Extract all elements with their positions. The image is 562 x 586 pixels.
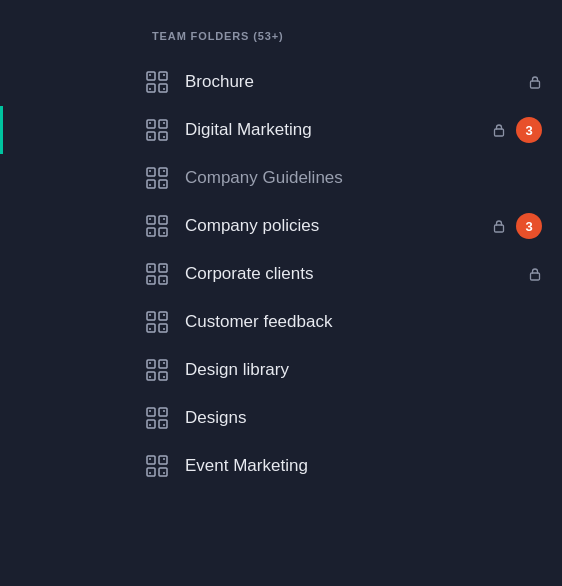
svg-rect-71 [159, 468, 167, 476]
folder-name: Customer feedback [185, 312, 542, 332]
svg-rect-28 [147, 228, 155, 236]
svg-point-57 [163, 362, 165, 364]
svg-point-39 [149, 266, 151, 268]
svg-point-66 [149, 424, 151, 426]
svg-rect-21 [159, 180, 167, 188]
folder-icon [143, 356, 171, 384]
svg-point-15 [149, 136, 151, 138]
svg-rect-34 [495, 225, 504, 232]
svg-rect-54 [147, 372, 155, 380]
svg-rect-36 [159, 264, 167, 272]
lock-icon [492, 219, 506, 233]
svg-rect-26 [147, 216, 155, 224]
svg-point-67 [163, 424, 165, 426]
svg-point-30 [149, 218, 151, 220]
svg-point-16 [163, 136, 165, 138]
svg-rect-11 [147, 132, 155, 140]
lock-icon [528, 75, 542, 89]
svg-rect-27 [159, 216, 167, 224]
svg-point-75 [163, 472, 165, 474]
sidebar-item-corporate-clients[interactable]: Corporate clients [0, 250, 562, 298]
svg-point-13 [149, 122, 151, 124]
svg-rect-29 [159, 228, 167, 236]
svg-point-42 [163, 280, 165, 282]
svg-rect-53 [159, 360, 167, 368]
svg-rect-20 [147, 180, 155, 188]
svg-point-6 [149, 88, 151, 90]
svg-rect-9 [147, 120, 155, 128]
sidebar-item-customer-feedback[interactable]: Customer feedback [0, 298, 562, 346]
svg-rect-8 [531, 81, 540, 88]
svg-rect-45 [159, 312, 167, 320]
svg-point-5 [163, 74, 165, 76]
svg-rect-61 [159, 408, 167, 416]
svg-rect-68 [147, 456, 155, 464]
svg-point-23 [163, 170, 165, 172]
folder-icon [143, 68, 171, 96]
svg-rect-37 [147, 276, 155, 284]
notification-badge: 3 [516, 117, 542, 143]
svg-rect-70 [147, 468, 155, 476]
svg-rect-0 [147, 72, 155, 80]
svg-point-4 [149, 74, 151, 76]
svg-rect-69 [159, 456, 167, 464]
svg-rect-46 [147, 324, 155, 332]
svg-point-58 [149, 376, 151, 378]
svg-rect-1 [159, 72, 167, 80]
svg-rect-19 [159, 168, 167, 176]
folder-icon [143, 116, 171, 144]
svg-point-22 [149, 170, 151, 172]
sidebar-item-event-marketing[interactable]: Event Marketing [0, 442, 562, 490]
svg-point-25 [163, 184, 165, 186]
folder-name: Brochure [185, 72, 520, 92]
svg-rect-38 [159, 276, 167, 284]
folder-name: Digital Marketing [185, 120, 484, 140]
svg-point-14 [163, 122, 165, 124]
svg-point-7 [163, 88, 165, 90]
svg-rect-55 [159, 372, 167, 380]
folder-icon [143, 164, 171, 192]
sidebar-item-digital-marketing[interactable]: Digital Marketing 3 [0, 106, 562, 154]
notification-badge: 3 [516, 213, 542, 239]
sidebar-item-brochure[interactable]: Brochure [0, 58, 562, 106]
folder-name: Event Marketing [185, 456, 542, 476]
svg-rect-12 [159, 132, 167, 140]
svg-point-50 [149, 328, 151, 330]
svg-rect-44 [147, 312, 155, 320]
sidebar-item-company-guidelines[interactable]: Company Guidelines [0, 154, 562, 202]
svg-rect-63 [159, 420, 167, 428]
lock-icon [528, 267, 542, 281]
sidebar-item-company-policies[interactable]: Company policies 3 [0, 202, 562, 250]
svg-rect-3 [159, 84, 167, 92]
main-container: TEAM FOLDERS (53+) Brochure Digital Mark… [0, 0, 562, 586]
svg-rect-43 [531, 273, 540, 280]
sidebar-item-design-library[interactable]: Design library [0, 346, 562, 394]
svg-rect-47 [159, 324, 167, 332]
sidebar-item-designs[interactable]: Designs [0, 394, 562, 442]
svg-point-51 [163, 328, 165, 330]
folder-name: Designs [185, 408, 542, 428]
folder-icon [143, 308, 171, 336]
svg-rect-17 [495, 129, 504, 136]
section-header: TEAM FOLDERS (53+) [0, 30, 562, 58]
lock-icon [492, 123, 506, 137]
svg-rect-35 [147, 264, 155, 272]
folder-icon [143, 452, 171, 480]
folder-icon [143, 212, 171, 240]
svg-point-65 [163, 410, 165, 412]
svg-point-49 [163, 314, 165, 316]
svg-point-40 [163, 266, 165, 268]
svg-point-56 [149, 362, 151, 364]
svg-rect-52 [147, 360, 155, 368]
folder-name: Company Guidelines [185, 168, 542, 188]
folder-icon [143, 260, 171, 288]
svg-point-64 [149, 410, 151, 412]
svg-point-31 [163, 218, 165, 220]
svg-rect-2 [147, 84, 155, 92]
svg-point-32 [149, 232, 151, 234]
svg-point-73 [163, 458, 165, 460]
svg-point-59 [163, 376, 165, 378]
svg-point-33 [163, 232, 165, 234]
svg-rect-60 [147, 408, 155, 416]
sidebar: TEAM FOLDERS (53+) Brochure Digital Mark… [0, 0, 562, 490]
